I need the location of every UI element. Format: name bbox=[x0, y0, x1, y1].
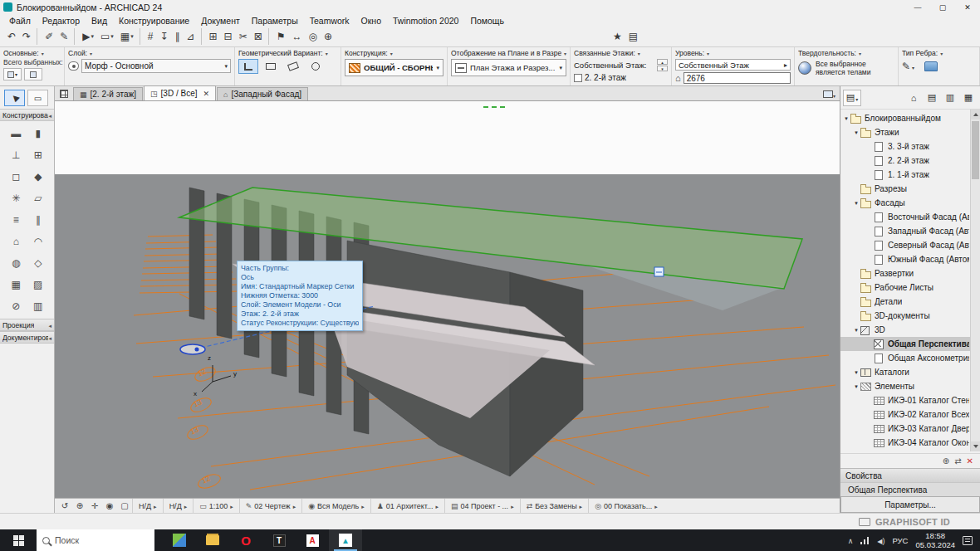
toolbox-section-projection[interactable]: Проекция bbox=[0, 319, 54, 331]
search-input[interactable] bbox=[55, 535, 138, 545]
beam-tool[interactable]: ⊥ bbox=[5, 144, 27, 166]
expander-icon[interactable]: ▾ bbox=[852, 200, 860, 207]
grid-snap-button[interactable]: # bbox=[145, 28, 157, 45]
section-header[interactable]: Тип Ребра: bbox=[902, 49, 976, 57]
markers-button[interactable]: ⚑ bbox=[273, 28, 289, 45]
start-button[interactable] bbox=[0, 529, 37, 551]
parameters-button[interactable]: Параметры... bbox=[840, 496, 980, 513]
shell-tool[interactable]: ◠ bbox=[27, 231, 50, 252]
group-button[interactable]: ⊞ bbox=[206, 28, 221, 45]
menu-item[interactable]: Twinmotion 2020 bbox=[387, 16, 464, 26]
story-up-button[interactable] bbox=[657, 59, 668, 65]
roof-tool[interactable]: ⌂ bbox=[5, 231, 27, 252]
wall-tool[interactable]: ▬ bbox=[5, 123, 27, 144]
tree-item[interactable]: ▾ 3D bbox=[840, 323, 980, 337]
tree-item[interactable]: ▾ Блокированныйдом bbox=[840, 111, 980, 125]
curtain-wall-tool[interactable]: ▥ bbox=[27, 295, 50, 317]
tree-item[interactable]: Северный Фасад (Автоматич bbox=[840, 238, 980, 252]
status-dropdown[interactable]: ✎ 02 Чертеж bbox=[239, 499, 301, 513]
tray-expand-icon[interactable] bbox=[848, 535, 854, 545]
tree-item[interactable]: Восточный Фасад (Автоматич bbox=[840, 210, 980, 224]
zoom-icon[interactable]: ⊕ bbox=[72, 500, 87, 512]
mesh-tool[interactable]: ▦ bbox=[5, 274, 27, 295]
tree-item[interactable]: Детали bbox=[840, 295, 980, 309]
object-tool[interactable]: ◆ bbox=[27, 166, 50, 188]
language-indicator[interactable]: РУС bbox=[892, 536, 908, 545]
quick-layout-button[interactable] bbox=[55, 86, 73, 100]
geometry-polyline-button[interactable] bbox=[238, 59, 258, 74]
find-select-button[interactable]: ◎ bbox=[306, 28, 321, 45]
close-tab-icon[interactable]: ✕ bbox=[203, 90, 209, 98]
tree-item[interactable]: ИКЭ-01 Каталог Стен bbox=[840, 393, 980, 407]
opera-browser[interactable]: O bbox=[229, 529, 262, 551]
structure-combo[interactable]: ОБЩИЙ - СБОРНЫЙ bbox=[345, 59, 443, 76]
expander-icon[interactable]: ▾ bbox=[852, 327, 860, 334]
marquee-tool[interactable]: ▭ bbox=[27, 90, 48, 106]
status-dropdown[interactable]: Н/Д bbox=[163, 499, 194, 513]
level-reference-combo[interactable]: Собственный Этаж bbox=[675, 59, 791, 71]
guide-lines-button[interactable]: ∥ bbox=[171, 28, 183, 45]
tree-item[interactable]: Южный Фасад (Автоматическ bbox=[840, 252, 980, 266]
properties-header[interactable]: Свойства bbox=[840, 468, 980, 482]
tree-item[interactable]: Общая Аксонометрия bbox=[840, 351, 980, 365]
menu-item[interactable]: Вид bbox=[86, 16, 113, 26]
geometry-curved-button[interactable] bbox=[306, 59, 326, 74]
new-folder-button[interactable]: ⊕ bbox=[943, 456, 949, 466]
scroll-down-icon[interactable] bbox=[971, 441, 980, 451]
layout-book-icon[interactable]: ▥ bbox=[941, 90, 959, 106]
expander-icon[interactable]: ▾ bbox=[842, 115, 850, 122]
delete-button[interactable]: ✕ bbox=[967, 456, 973, 466]
dimension-button[interactable]: ↔ bbox=[289, 28, 306, 45]
pick-up-parameters-button[interactable]: ✐ bbox=[42, 28, 56, 45]
snap-guides-button[interactable]: ⊿ bbox=[183, 28, 201, 45]
skylight-tool[interactable]: ◍ bbox=[5, 252, 27, 274]
stair-tool[interactable]: ≡ bbox=[5, 209, 27, 231]
pan-icon[interactable]: ✛ bbox=[87, 500, 102, 512]
favorites-button[interactable]: ★ bbox=[610, 28, 625, 45]
a-app[interactable]: A bbox=[296, 529, 329, 551]
3d-viewport[interactable]: 12131312 z y x Часть Группы:ОсьИмя: Стан… bbox=[55, 101, 840, 498]
gravity-button[interactable]: ↧ bbox=[156, 28, 171, 45]
status-dropdown[interactable]: ▭ 1:100 bbox=[193, 499, 239, 513]
zone-tool[interactable]: ▨ bbox=[27, 274, 50, 295]
tree-item[interactable]: Общая Перспектива bbox=[840, 337, 980, 351]
tree-item[interactable]: Разрезы bbox=[840, 182, 980, 196]
graphisoft-id[interactable]: GRAPHISOFT ID bbox=[875, 517, 950, 527]
scroll-up-icon[interactable] bbox=[971, 110, 980, 119]
lamp-tool[interactable]: ✳ bbox=[5, 188, 27, 209]
taskbar-search[interactable] bbox=[37, 529, 154, 551]
slab-tool[interactable]: ▱ bbox=[27, 188, 50, 209]
column-tool[interactable]: ▮ bbox=[27, 123, 50, 144]
expander-icon[interactable]: ▾ bbox=[852, 383, 860, 390]
geometry-rotated-rectangle-button[interactable] bbox=[283, 59, 303, 74]
t-app[interactable]: T bbox=[262, 529, 296, 551]
taskbar-clock[interactable]: 18:58 05.03.2024 bbox=[915, 531, 955, 550]
tree-item[interactable]: ИКЭ-04 Каталог Окон bbox=[840, 436, 980, 450]
tree-item[interactable]: 2. 2-й этаж bbox=[840, 154, 980, 168]
adjust-button[interactable]: ⊠ bbox=[251, 28, 269, 45]
tree-item[interactable]: ▾ Каталоги bbox=[840, 365, 980, 379]
tree-item[interactable]: 1. 1-й этаж bbox=[840, 168, 980, 182]
tree-item[interactable]: Западный Фасад (Автоматич bbox=[840, 224, 980, 238]
geometry-rectangle-button[interactable] bbox=[261, 59, 281, 74]
menu-item[interactable]: Документ bbox=[195, 16, 246, 26]
scroll-thumb[interactable] bbox=[972, 121, 979, 179]
explore-icon[interactable]: ◉ bbox=[102, 500, 117, 512]
arrow-tool[interactable]: ▶ bbox=[4, 90, 25, 106]
undo-button[interactable]: ↶ bbox=[4, 28, 19, 45]
link-view-button[interactable]: ⇄ bbox=[954, 456, 961, 466]
section-header[interactable]: Связанные Этажи: bbox=[574, 49, 668, 57]
menu-item[interactable]: Помощь bbox=[464, 16, 510, 26]
marquee-tool-button[interactable]: ▭ ▾ bbox=[97, 28, 117, 45]
opening-tool[interactable]: ⊘ bbox=[5, 295, 27, 317]
fit-view-icon[interactable]: ▢ bbox=[117, 500, 132, 512]
arrow-tool-button[interactable]: ▶ ▾ bbox=[79, 28, 97, 45]
toolbox-section-document[interactable]: Документирование bbox=[0, 331, 54, 344]
tree-item[interactable]: ▾ Элементы bbox=[840, 379, 980, 393]
redo-button[interactable]: ↷ bbox=[19, 28, 37, 45]
section-header[interactable]: Геометрический Вариант: bbox=[238, 49, 337, 57]
tree-scrollbar[interactable] bbox=[970, 110, 980, 451]
layer-combo[interactable]: Морф - Основной bbox=[81, 59, 231, 73]
status-dropdown[interactable]: Н/Д bbox=[132, 499, 163, 513]
split-button[interactable]: ✂ bbox=[236, 28, 251, 45]
